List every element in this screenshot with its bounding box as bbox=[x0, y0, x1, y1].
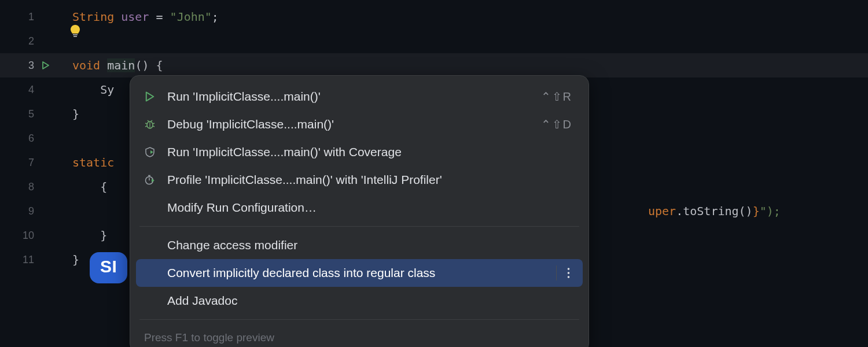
menu-item-label: Run 'ImplicitClasse....main()' with Cove… bbox=[167, 145, 572, 159]
line-number: 5 bbox=[0, 102, 55, 126]
more-vertical-icon[interactable] bbox=[556, 265, 572, 280]
menu-item-debug[interactable]: Debug 'ImplicitClasse....main()' ⌃⇧D bbox=[130, 110, 589, 138]
svg-line-7 bbox=[153, 126, 155, 127]
code-line: void main() { bbox=[55, 53, 868, 77]
line-number: 10 bbox=[0, 223, 55, 248]
line-number: 4 bbox=[0, 77, 55, 102]
menu-shortcut: ⌃⇧D bbox=[541, 117, 572, 131]
menu-item-run[interactable]: Run 'ImplicitClasse....main()' ⌃⇧R bbox=[130, 83, 589, 110]
menu-item-label: Add Javadoc bbox=[167, 294, 572, 308]
gutter: 1 2 3 4 5 6 7 8 9 10 11 bbox=[0, 0, 55, 347]
menu-item-change-access[interactable]: Change access modifier bbox=[130, 231, 589, 259]
menu-separator bbox=[139, 319, 579, 320]
shield-icon bbox=[144, 146, 167, 158]
context-menu: Run 'ImplicitClasse....main()' ⌃⇧R Debug… bbox=[130, 75, 589, 347]
run-icon bbox=[144, 91, 167, 102]
run-gutter-icon[interactable] bbox=[40, 60, 52, 71]
menu-item-label: Change access modifier bbox=[167, 238, 572, 252]
menu-footer-hint: Press F1 to toggle preview bbox=[130, 324, 589, 345]
inspection-badge: SI bbox=[90, 252, 127, 283]
line-number: 8 bbox=[0, 175, 55, 199]
line-number: 11 bbox=[0, 248, 55, 272]
line-number: 9 bbox=[0, 199, 55, 223]
svg-line-9 bbox=[151, 120, 152, 121]
menu-item-coverage[interactable]: Run 'ImplicitClasse....main()' with Cove… bbox=[130, 138, 589, 166]
svg-rect-1 bbox=[73, 36, 77, 37]
svg-point-15 bbox=[568, 272, 570, 274]
svg-line-8 bbox=[148, 120, 149, 121]
intention-bulb-icon[interactable] bbox=[68, 24, 83, 39]
menu-item-label: Debug 'ImplicitClasse....main()' bbox=[167, 117, 541, 131]
svg-line-6 bbox=[145, 126, 147, 127]
line-number: 3 bbox=[0, 53, 55, 77]
line-number: 7 bbox=[0, 150, 55, 175]
menu-item-label: Modify Run Configuration… bbox=[167, 201, 572, 215]
menu-item-profile[interactable]: Profile 'ImplicitClasse....main()' with … bbox=[130, 166, 589, 194]
svg-line-5 bbox=[153, 123, 155, 124]
svg-point-14 bbox=[568, 268, 570, 270]
menu-item-label: Convert implicitly declared class into r… bbox=[167, 266, 549, 280]
code-line: String user = "John"; bbox=[55, 5, 868, 29]
code-line bbox=[55, 29, 868, 53]
menu-item-label: Profile 'ImplicitClasse....main()' with … bbox=[167, 173, 572, 187]
bug-icon bbox=[144, 119, 167, 130]
menu-item-convert-class[interactable]: Convert implicitly declared class into r… bbox=[136, 259, 583, 287]
line-number: 6 bbox=[0, 126, 55, 150]
svg-point-16 bbox=[568, 276, 570, 278]
line-number: 1 bbox=[0, 5, 55, 29]
menu-item-modify-run-config[interactable]: Modify Run Configuration… bbox=[130, 194, 589, 222]
svg-line-4 bbox=[145, 123, 147, 124]
menu-item-add-javadoc[interactable]: Add Javadoc bbox=[130, 287, 589, 315]
stopwatch-icon bbox=[144, 174, 167, 186]
menu-shortcut: ⌃⇧R bbox=[541, 90, 572, 104]
line-number: 2 bbox=[0, 29, 55, 53]
menu-separator bbox=[139, 226, 579, 227]
svg-rect-0 bbox=[73, 34, 78, 35]
menu-item-label: Run 'ImplicitClasse....main()' bbox=[167, 90, 541, 104]
